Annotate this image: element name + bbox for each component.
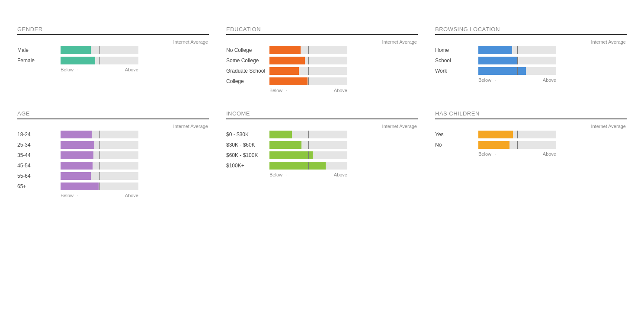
bar-container-age-4 <box>61 172 138 180</box>
bar-row-age-1: 25-34 <box>17 141 209 149</box>
bar-row-age-5: 65+ <box>17 183 209 190</box>
bar-fill-browsing-location-1 <box>478 57 518 64</box>
bar-fill-has-children-0 <box>478 131 513 138</box>
bar-fill-age-0 <box>61 131 92 138</box>
bar-fill-education-2 <box>269 67 299 75</box>
bar-fill-age-1 <box>61 141 94 149</box>
bar-row-income-2: $60K - $100K <box>226 151 418 159</box>
internet-avg-label-has-children: Internet Average <box>435 124 627 129</box>
bar-midline-has-children-1 <box>517 141 518 149</box>
section-title-browsing-location: Browsing Location <box>435 26 627 35</box>
axis-below-browsing-location: Below <box>478 77 491 83</box>
bar-label-income-0: $0 - $30K <box>226 131 269 138</box>
bar-container-gender-0 <box>61 46 138 54</box>
axis-below-has-children: Below <box>478 151 491 157</box>
bar-container-gender-1 <box>61 57 138 64</box>
bar-container-age-1 <box>61 141 138 149</box>
bar-label-age-4: 55-64 <box>17 173 61 179</box>
bar-label-age-5: 65+ <box>17 183 61 189</box>
axis-mid-dot-education: · <box>286 88 287 93</box>
bar-fill-age-5 <box>61 183 99 190</box>
bar-container-has-children-1 <box>478 141 556 149</box>
bar-midline-browsing-location-0 <box>517 46 518 54</box>
bar-label-income-2: $60K - $100K <box>226 152 269 158</box>
bar-midline-income-1 <box>308 141 309 149</box>
bar-midline-age-5 <box>99 183 100 190</box>
section-title-age: Age <box>17 110 209 119</box>
bar-row-age-4: 55-64 <box>17 172 209 180</box>
bar-row-education-2: Graduate School <box>226 67 418 75</box>
bar-midline-age-4 <box>99 172 100 180</box>
bar-row-gender-0: Male <box>17 46 209 54</box>
bar-row-browsing-location-0: Home <box>435 46 627 54</box>
axis-above-has-children: Above <box>543 151 556 157</box>
bar-label-age-2: 35-44 <box>17 152 61 158</box>
bar-container-browsing-location-1 <box>478 57 556 64</box>
section-income: IncomeInternet Average$0 - $30K$30K - $6… <box>226 110 435 198</box>
bar-row-income-3: $100K+ <box>226 162 418 170</box>
section-age: AgeInternet Average18-2425-3435-4445-545… <box>17 110 226 198</box>
internet-avg-label-income: Internet Average <box>226 124 418 129</box>
bar-midline-gender-1 <box>99 57 100 64</box>
bar-fill-age-4 <box>61 172 91 180</box>
bar-label-gender-1: Female <box>17 58 61 64</box>
axis-labels-has-children: Below·Above <box>435 151 556 157</box>
bar-label-income-1: $30K - $60K <box>226 142 269 148</box>
bar-container-income-1 <box>269 141 347 149</box>
bar-midline-has-children-0 <box>517 131 518 138</box>
section-education: EducationInternet AverageNo CollegeSome … <box>226 26 435 93</box>
bar-row-income-0: $0 - $30K <box>226 131 418 138</box>
bar-midline-income-0 <box>308 131 309 138</box>
bar-row-education-1: Some College <box>226 57 418 64</box>
bar-container-has-children-0 <box>478 131 556 138</box>
bar-midline-income-3 <box>308 162 309 170</box>
axis-labels-income: Below·Above <box>226 172 347 177</box>
bar-label-gender-0: Male <box>17 47 61 53</box>
axis-mid-dot-income: · <box>286 172 287 177</box>
bar-row-has-children-0: Yes <box>435 131 627 138</box>
axis-mid-dot-has-children: · <box>495 151 496 157</box>
bar-container-income-3 <box>269 162 347 170</box>
axis-mid-dot-browsing-location: · <box>495 77 496 83</box>
bar-fill-education-0 <box>269 46 301 54</box>
bar-container-age-5 <box>61 183 138 190</box>
bar-midline-income-2 <box>308 151 309 159</box>
bar-label-browsing-location-1: School <box>435 58 478 64</box>
bar-fill-has-children-1 <box>478 141 509 149</box>
bar-container-age-3 <box>61 162 138 170</box>
bar-row-gender-1: Female <box>17 57 209 64</box>
section-has-children: Has ChildrenInternet AverageYesNoBelow·A… <box>435 110 627 198</box>
axis-below-age: Below <box>61 193 74 198</box>
bar-row-age-2: 35-44 <box>17 151 209 159</box>
internet-avg-label-browsing-location: Internet Average <box>435 39 627 45</box>
axis-below-gender: Below <box>61 67 74 72</box>
bar-fill-browsing-location-0 <box>478 46 512 54</box>
bar-container-education-2 <box>269 67 347 75</box>
bar-label-age-0: 18-24 <box>17 131 61 138</box>
bar-fill-education-1 <box>269 57 305 64</box>
axis-mid-dot-gender: · <box>77 67 78 72</box>
bar-row-income-1: $30K - $60K <box>226 141 418 149</box>
bar-fill-income-0 <box>269 131 292 138</box>
bar-row-browsing-location-1: School <box>435 57 627 64</box>
bar-midline-education-0 <box>308 46 309 54</box>
bar-label-age-1: 25-34 <box>17 142 61 148</box>
bar-midline-browsing-location-2 <box>517 67 518 75</box>
axis-labels-education: Below·Above <box>226 88 347 93</box>
bar-fill-browsing-location-2 <box>478 67 526 75</box>
bar-midline-gender-0 <box>99 46 100 54</box>
axis-above-browsing-location: Above <box>543 77 556 83</box>
axis-labels-age: Below·Above <box>17 193 138 198</box>
bar-midline-education-2 <box>308 67 309 75</box>
axis-above-income: Above <box>334 172 347 177</box>
bar-container-income-0 <box>269 131 347 138</box>
bar-fill-income-2 <box>269 151 313 159</box>
bar-label-education-1: Some College <box>226 58 269 64</box>
internet-avg-label-gender: Internet Average <box>17 39 209 45</box>
axis-above-age: Above <box>125 193 138 198</box>
axis-labels-gender: Below·Above <box>17 67 138 72</box>
axis-below-income: Below <box>269 172 282 177</box>
bar-fill-age-3 <box>61 162 93 170</box>
bar-midline-education-1 <box>308 57 309 64</box>
bar-fill-gender-0 <box>61 46 91 54</box>
